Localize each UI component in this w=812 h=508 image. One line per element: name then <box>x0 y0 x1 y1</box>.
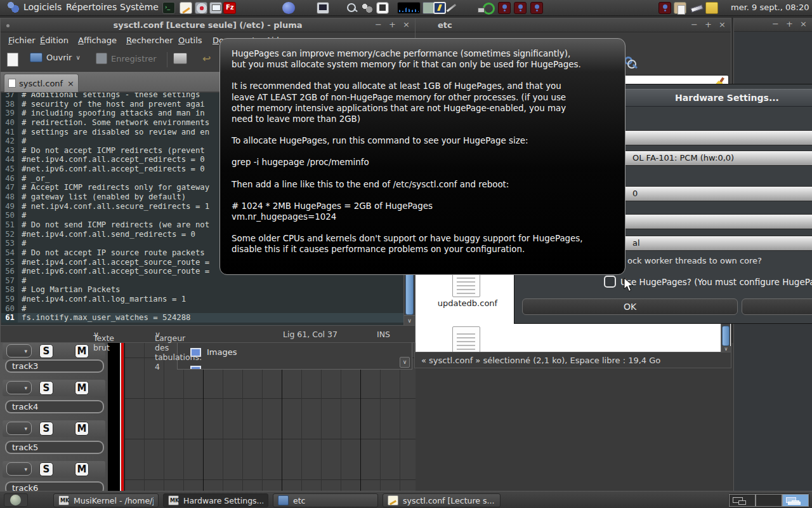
cancel-button[interactable] <box>742 298 812 315</box>
text-editor-icon[interactable] <box>180 2 192 14</box>
file-manager-titlebar[interactable]: etc − + × <box>415 18 731 32</box>
line-number: 55 <box>1 258 18 267</box>
minimize-button[interactable]: − <box>771 18 780 32</box>
file-label[interactable]: updatedb.conf <box>420 298 515 308</box>
new-document-icon[interactable] <box>7 53 18 67</box>
terminal-icon[interactable] <box>162 2 175 14</box>
mute-button[interactable]: M <box>75 344 89 358</box>
menu-repertoires[interactable]: Répertoires <box>66 2 117 12</box>
taskbar-button-3[interactable]: etc <box>273 493 378 507</box>
close-button[interactable]: × <box>799 18 808 32</box>
brush-icon[interactable] <box>690 2 703 14</box>
print-icon[interactable] <box>173 53 187 64</box>
close-button[interactable]: × <box>717 18 727 32</box>
playhead[interactable] <box>121 343 124 491</box>
menu-item-fichier[interactable]: Fichier <box>8 36 36 45</box>
mute-button[interactable]: M <box>75 422 89 436</box>
red-app-icon-3[interactable] <box>530 2 543 14</box>
mute-button[interactable]: M <box>75 462 89 476</box>
line-number: 46 <box>1 174 18 184</box>
red-app-icon-4[interactable] <box>658 2 671 14</box>
hugepages-label: Use HugePages? (You must configure HugeP… <box>620 277 812 287</box>
menu-item-rechercher[interactable]: Rechercher <box>126 36 173 45</box>
tab-width-combo[interactable]: Largeur des tabulations: 4 ∨ <box>155 330 160 339</box>
red-app-icon-2[interactable] <box>514 2 527 14</box>
mute-button[interactable]: M <box>75 381 89 395</box>
workspace-1[interactable] <box>729 494 756 507</box>
maximize-button[interactable]: + <box>785 18 794 32</box>
minimize-button[interactable]: − <box>690 18 699 32</box>
pluma-statusbar: Texte brut ∨ Largeur des tabulations: 4 … <box>1 325 415 342</box>
tooltip-paragraph: # 1024 * 2MB HugePages = 2GB of HugePage… <box>232 201 613 222</box>
clipboard-icon[interactable] <box>674 2 686 14</box>
line-text: # Do not accept IP source route packets <box>18 248 205 258</box>
cd-burner-icon[interactable] <box>195 2 207 14</box>
menu-item-affichage[interactable]: Affichage <box>78 36 117 45</box>
background-window-titlebar[interactable]: − + × <box>734 18 812 32</box>
save-button[interactable]: Enregistrer <box>96 53 157 64</box>
line-number: 44 <box>1 155 18 164</box>
highlight-mode-combo[interactable]: Texte brut ∨ <box>93 330 99 339</box>
solo-button[interactable]: S <box>39 422 53 436</box>
photos-icon[interactable] <box>433 2 446 14</box>
pen-icon[interactable] <box>445 2 457 14</box>
taskbar-button-1[interactable]: MusiKernel - /home/j... <box>53 493 159 507</box>
track-name-input[interactable]: track3 <box>5 359 104 373</box>
folder-icon <box>278 495 289 505</box>
filezilla-icon[interactable] <box>223 2 236 14</box>
spectrum-icon[interactable] <box>397 2 421 14</box>
open-button[interactable]: Ouvrir ∨ <box>30 53 81 62</box>
menu-logiciels[interactable]: Logiciels <box>23 2 62 12</box>
pluma-titlebar[interactable]: sysctl.conf [Lecture seule] (/etc) - plu… <box>1 18 415 32</box>
taskbar-button-4[interactable]: sysctl.conf [Lecture s... <box>383 493 501 507</box>
maximize-button[interactable]: + <box>388 18 397 32</box>
scroll-down-icon[interactable]: ∨ <box>404 315 415 325</box>
workspace-3[interactable] <box>782 494 809 507</box>
gears-icon[interactable] <box>361 2 374 14</box>
solo-button[interactable]: S <box>39 462 53 476</box>
undo-icon[interactable]: ↩ <box>202 53 211 65</box>
minimize-button[interactable]: − <box>374 18 383 32</box>
maximize-button[interactable]: + <box>704 18 713 32</box>
line-number: 60 <box>1 304 18 314</box>
solo-button[interactable]: S <box>39 344 53 358</box>
track-panel: ▾SMtrack3▾SMtrack4▾SMtrack5▾SMtrack6 <box>0 343 108 491</box>
chevron-down-icon[interactable]: ∨ <box>75 54 80 61</box>
track-dropdown[interactable]: ▾ <box>6 462 32 476</box>
scrollbar-thumb[interactable] <box>405 269 414 315</box>
ok-button[interactable]: OK <box>522 298 738 315</box>
track-controls-row: ▾SM <box>3 461 105 478</box>
clock[interactable]: mer. 9 sept., 08:20 <box>731 3 809 12</box>
menu-item-dition[interactable]: Édition <box>40 36 69 45</box>
file-icon-wgetrc[interactable] <box>452 326 480 353</box>
tab-close-icon[interactable]: × <box>67 79 74 88</box>
screenshot-icon[interactable] <box>209 2 222 14</box>
browser-icon[interactable] <box>282 2 295 14</box>
track-name-input[interactable]: track4 <box>5 400 104 413</box>
footprint-logo[interactable] <box>6 1 19 15</box>
solo-button[interactable]: S <box>39 381 53 395</box>
track-dropdown[interactable]: ▾ <box>6 422 32 435</box>
phone-icon[interactable] <box>376 2 389 14</box>
display-icon[interactable] <box>317 2 329 14</box>
workspace-2[interactable] <box>756 494 782 507</box>
track-dropdown[interactable]: ▾ <box>6 344 32 358</box>
close-button[interactable]: × <box>402 18 411 32</box>
line-text: #net.ipv6.conf.all.accept_redirects = 0 <box>18 164 205 174</box>
track-name-input[interactable]: track5 <box>5 441 104 454</box>
menu-item-outils[interactable]: Outils <box>178 36 202 45</box>
taskbar-button-label: etc <box>293 496 305 505</box>
taskbar-button-2[interactable]: Hardware Settings... <box>163 493 268 507</box>
connector-icon[interactable] <box>478 2 494 14</box>
menu-systeme[interactable]: Système <box>120 2 159 12</box>
tab-sysctl-conf[interactable]: sysctl.conf × <box>4 74 79 92</box>
track-dropdown[interactable]: ▾ <box>6 381 32 394</box>
search-icon[interactable] <box>346 2 358 14</box>
scroll-down-icon[interactable]: ∨ <box>400 357 410 368</box>
scrollbar-thumb[interactable] <box>722 326 730 346</box>
hugepages-checkbox[interactable] <box>604 276 616 288</box>
red-app-icon-1[interactable] <box>498 2 511 14</box>
mail-folder-icon[interactable] <box>705 2 718 14</box>
show-desktop-button[interactable] <box>4 493 28 507</box>
line-number: 53 <box>1 239 18 248</box>
